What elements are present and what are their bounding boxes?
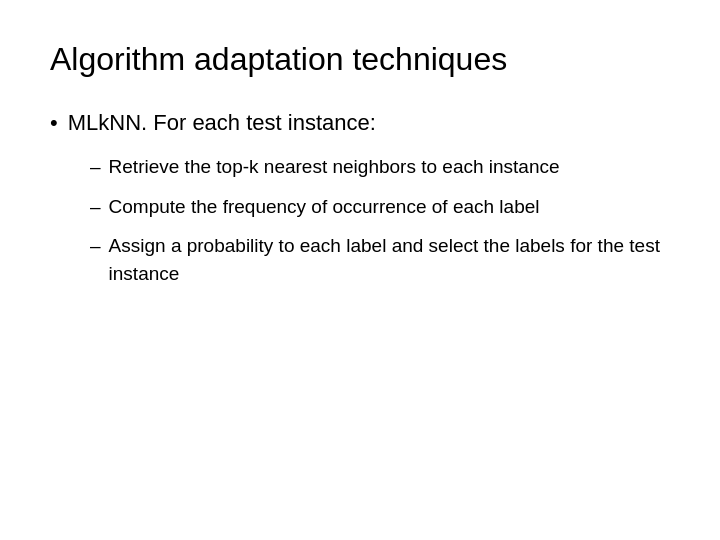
sub-bullet-item-1: – Retrieve the top-k nearest neighbors t… — [90, 153, 670, 181]
sub-bullet-text-1: Retrieve the top-k nearest neighbors to … — [109, 153, 560, 181]
sub-bullet-text-3: Assign a probability to each label and s… — [109, 232, 670, 287]
bullet-dot: • — [50, 108, 58, 139]
main-bullet: • MLkNN. For each test instance: — [50, 108, 670, 139]
sub-bullet-item-2: – Compute the frequency of occurrence of… — [90, 193, 670, 221]
sub-bullet-item-3: – Assign a probability to each label and… — [90, 232, 670, 287]
main-bullet-text: MLkNN. For each test instance: — [68, 108, 376, 139]
sub-bullet-dash-2: – — [90, 193, 101, 221]
sub-bullet-dash-3: – — [90, 232, 101, 260]
slide-container: Algorithm adaptation techniques • MLkNN.… — [0, 0, 720, 540]
sub-bullet-dash-1: – — [90, 153, 101, 181]
slide-title: Algorithm adaptation techniques — [50, 40, 670, 78]
sub-bullets-list: – Retrieve the top-k nearest neighbors t… — [90, 153, 670, 287]
sub-bullet-text-2: Compute the frequency of occurrence of e… — [109, 193, 540, 221]
content-area: • MLkNN. For each test instance: – Retri… — [50, 108, 670, 287]
